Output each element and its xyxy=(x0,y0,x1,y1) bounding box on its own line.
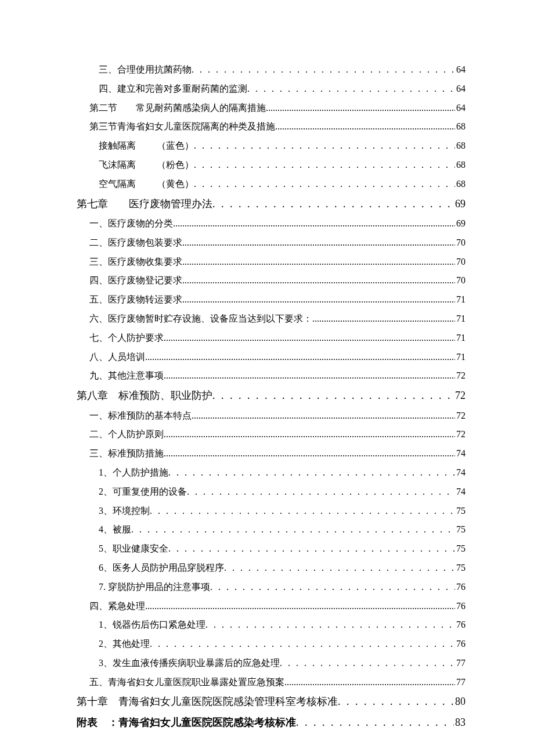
toc-page-number: 64 xyxy=(455,64,466,76)
toc-leader xyxy=(284,676,455,689)
toc-entry: 第二节 常见耐药菌感染病人的隔离措施64 xyxy=(77,102,466,114)
toc-label: 4、被服 xyxy=(99,524,131,536)
toc-entry: 三、合理使用抗菌药物64 xyxy=(77,64,466,76)
toc-leader xyxy=(145,600,455,613)
toc-label: 6、医务人员防护用品穿脱程序 xyxy=(99,562,224,574)
toc-label-main: 飞沫隔离 xyxy=(99,159,157,171)
toc-page-number: 75 xyxy=(455,543,466,555)
toc-page-number: 64 xyxy=(455,102,466,114)
toc-leader xyxy=(338,695,454,708)
toc-label: 1、个人防护措施 xyxy=(99,467,168,479)
toc-leader xyxy=(192,410,455,422)
toc-entry: 四、医疗废物登记要求70 xyxy=(77,275,466,287)
toc-label: 第七章 医疗废物管理办法 xyxy=(77,197,212,211)
toc-entry: 空气隔离（黄色）68 xyxy=(77,178,466,190)
toc-leader xyxy=(164,448,455,460)
toc-entry: 第十章 青海省妇女儿童医院医院感染管理科室考核标准80 xyxy=(77,695,466,708)
toc-entry: 3、环境控制75 xyxy=(77,505,466,517)
toc-entry: 第八章 标准预防、职业防护72 xyxy=(77,389,466,402)
toc-leader xyxy=(212,197,454,211)
toc-label-note: （粉色） xyxy=(157,159,194,171)
toc-entry: 第三节青海省妇女儿童医院隔离的种类及措施68 xyxy=(77,121,466,133)
toc-label: 1、锐器伤后伤口紧急处理 xyxy=(99,619,205,631)
toc-page-number: 75 xyxy=(455,562,466,574)
toc-page-number: 68 xyxy=(455,178,466,190)
toc-label-note: （黄色） xyxy=(157,178,194,190)
toc-leader xyxy=(212,389,454,402)
toc-leader xyxy=(224,562,455,574)
toc-label: 三、标准预防措施 xyxy=(89,448,164,460)
toc-page-number: 68 xyxy=(455,159,466,171)
toc-label: 四、紧急处理 xyxy=(89,600,145,613)
toc-leader xyxy=(194,140,455,152)
toc-page-number: 70 xyxy=(455,256,466,268)
toc-label: 三、合理使用抗菌药物 xyxy=(99,64,192,76)
toc-leader xyxy=(275,121,455,133)
toc-label: 附表 ：青海省妇女儿童医院医院感染考核标准 xyxy=(77,716,296,729)
toc-entry: 2、可重复使用的设备74 xyxy=(77,486,466,498)
toc-label-note: （蓝色） xyxy=(157,140,194,152)
toc-label: 第三节青海省妇女儿童医院隔离的种类及措施 xyxy=(89,121,275,133)
toc-entry: 5、职业健康安全75 xyxy=(77,543,466,555)
toc-leader xyxy=(280,657,455,669)
toc-page-number: 72 xyxy=(455,429,466,441)
toc-label: 三、医疗废物收集要求 xyxy=(89,256,182,268)
toc-leader xyxy=(168,467,455,479)
toc-label: 第八章 标准预防、职业防护 xyxy=(77,389,212,402)
toc-label: 3、发生血液传播疾病职业暴露后的应急处理 xyxy=(99,657,280,669)
toc-page-number: 76 xyxy=(455,638,466,650)
toc-entry: 九、其他注意事项72 xyxy=(77,370,466,382)
toc-entry: 三、医疗废物收集要求70 xyxy=(77,256,466,268)
toc-leader xyxy=(187,486,455,498)
toc-page-number: 76 xyxy=(455,619,466,631)
toc-leader xyxy=(131,524,455,536)
toc-label: 七、个人防护要求 xyxy=(89,332,164,344)
toc-label: 四、建立和完善对多重耐药菌的监测 xyxy=(99,83,247,95)
toc-page-number: 69 xyxy=(454,197,466,211)
toc-leader xyxy=(182,275,455,287)
toc-entry: 八、人员培训71 xyxy=(77,351,466,363)
toc-entry: 二、个人防护原则72 xyxy=(77,429,466,441)
toc-page-number: 77 xyxy=(455,657,466,669)
toc-label: 九、其他注意事项 xyxy=(89,370,164,382)
toc-label: 八、人员培训 xyxy=(89,351,145,363)
toc-page-number: 72 xyxy=(455,410,466,422)
toc-leader xyxy=(182,256,455,268)
toc-entry: 一、标准预防的基本特点72 xyxy=(77,410,466,422)
toc-leader xyxy=(205,619,455,631)
toc-entry: 三、标准预防措施74 xyxy=(77,448,466,460)
toc-page-number: 70 xyxy=(455,275,466,287)
toc-label-main: 空气隔离 xyxy=(99,178,157,190)
toc-page-number: 76 xyxy=(455,600,466,613)
toc-entry: 六、医疗废物暂时贮存设施、设备应当达到以下要求：71 xyxy=(77,313,466,325)
toc-leader xyxy=(182,237,455,249)
toc-leader xyxy=(296,716,454,729)
toc-entry: 飞沫隔离（粉色）68 xyxy=(77,159,466,171)
toc-entry: 3、发生血液传播疾病职业暴露后的应急处理77 xyxy=(77,657,466,669)
toc-page-number: 70 xyxy=(455,237,466,249)
toc-label: 五、青海省妇女儿童医院职业暴露处置应急预案 xyxy=(89,676,284,689)
toc-label: 3、环境控制 xyxy=(99,505,150,517)
toc-label: 接触隔离（蓝色） xyxy=(99,140,194,152)
toc-leader xyxy=(164,370,455,382)
toc-entry: 四、建立和完善对多重耐药菌的监测64 xyxy=(77,83,466,95)
toc-entry: 2、其他处理76 xyxy=(77,638,466,650)
toc-entry: 接触隔离（蓝色）68 xyxy=(77,140,466,152)
toc-label: 六、医疗废物暂时贮存设施、设备应当达到以下要求： xyxy=(89,313,312,325)
toc-page-number: 71 xyxy=(455,351,466,363)
toc-page-number: 80 xyxy=(454,695,466,708)
toc-leader xyxy=(168,543,455,555)
toc-entry: 6、医务人员防护用品穿脱程序75 xyxy=(77,562,466,574)
toc-page: 三、合理使用抗菌药物64四、建立和完善对多重耐药菌的监测64第二节 常见耐药菌感… xyxy=(0,0,534,756)
toc-page-number: 64 xyxy=(455,83,466,95)
toc-page-number: 77 xyxy=(455,676,466,689)
toc-entry: 7. 穿脱防护用品的注意事项76 xyxy=(77,581,466,593)
toc-entry: 第七章 医疗废物管理办法69 xyxy=(77,197,466,211)
toc-leader xyxy=(173,218,455,230)
toc-entry: 五、青海省妇女儿童医院职业暴露处置应急预案77 xyxy=(77,676,466,689)
toc-page-number: 74 xyxy=(455,467,466,479)
toc-entry: 四、紧急处理76 xyxy=(77,600,466,613)
toc-entry: 二、医疗废物包装要求70 xyxy=(77,237,466,249)
toc-page-number: 68 xyxy=(455,140,466,152)
toc-label: 二、医疗废物包装要求 xyxy=(89,237,182,249)
